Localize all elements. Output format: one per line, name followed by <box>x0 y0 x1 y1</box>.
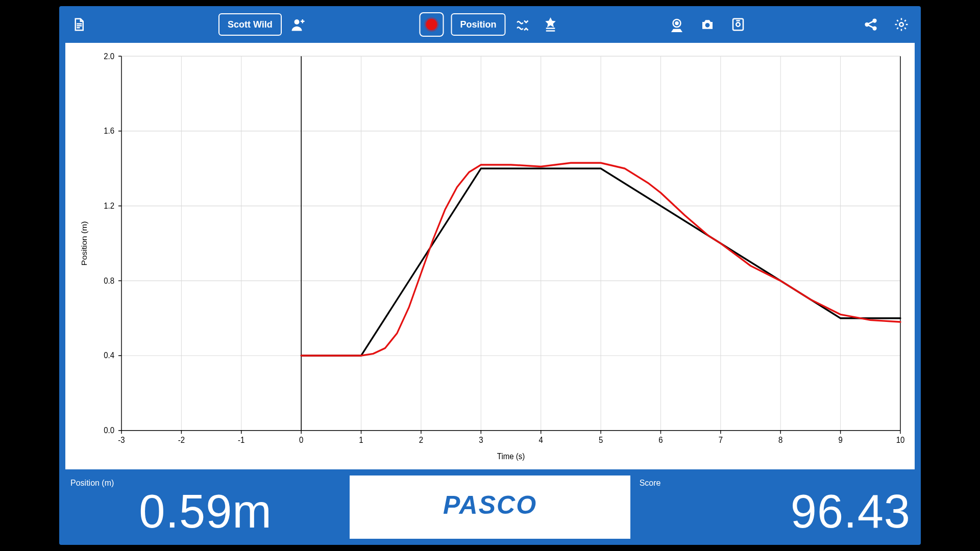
svg-point-0 <box>294 19 299 24</box>
svg-point-3 <box>705 23 710 28</box>
app-frame: Scott Wild Position <box>59 6 921 545</box>
svg-text:-2: -2 <box>178 435 185 444</box>
svg-text:1.6: 1.6 <box>104 127 114 136</box>
svg-text:0.0: 0.0 <box>104 426 114 435</box>
chart-area[interactable]: -3-2-10123456789100.00.40.81.21.62.0Time… <box>65 43 915 469</box>
document-icon[interactable] <box>68 14 89 35</box>
svg-text:1.2: 1.2 <box>104 201 114 210</box>
svg-text:5: 5 <box>599 435 603 444</box>
svg-point-8 <box>873 27 876 30</box>
svg-text:0.4: 0.4 <box>104 351 114 360</box>
svg-text:4: 4 <box>539 435 544 444</box>
camera-icon[interactable] <box>697 14 718 35</box>
svg-text:1: 1 <box>359 435 363 444</box>
position-readout-label: Position (m) <box>70 479 114 488</box>
svg-text:-1: -1 <box>238 435 244 444</box>
score-panel: Score 96.43 <box>634 475 915 539</box>
add-user-icon[interactable] <box>288 14 308 35</box>
leaderboard-icon[interactable] <box>541 14 561 35</box>
svg-point-2 <box>676 22 678 24</box>
brand-logo: PASCO <box>443 490 537 520</box>
svg-point-9 <box>899 22 903 27</box>
position-time-chart: -3-2-10123456789100.00.40.81.21.62.0Time… <box>65 43 915 469</box>
journal-snapshot-icon[interactable] <box>728 14 748 35</box>
svg-text:9: 9 <box>838 435 842 444</box>
record-button[interactable] <box>420 12 444 37</box>
svg-text:2: 2 <box>419 435 423 444</box>
svg-text:Position (m): Position (m) <box>80 221 88 265</box>
position-readout-panel: Position (m) 0.59m <box>65 475 346 539</box>
svg-text:7: 7 <box>719 435 723 444</box>
user-name-button[interactable]: Scott Wild <box>218 13 282 36</box>
svg-text:6: 6 <box>658 435 663 444</box>
svg-text:0: 0 <box>299 435 304 444</box>
score-label: Score <box>640 479 661 488</box>
score-value: 96.43 <box>791 488 915 535</box>
toolbar: Scott Wild Position <box>59 6 921 43</box>
share-icon[interactable] <box>861 14 881 35</box>
svg-point-5 <box>736 22 740 27</box>
svg-text:3: 3 <box>479 435 483 444</box>
brand-panel: PASCO <box>350 475 630 539</box>
svg-text:0.8: 0.8 <box>104 276 114 285</box>
svg-point-6 <box>866 23 869 26</box>
toolbar-center: Position <box>420 12 561 37</box>
webcam-icon[interactable] <box>667 14 687 35</box>
position-readout-value: 0.59m <box>139 488 272 535</box>
settings-icon[interactable] <box>891 14 912 35</box>
svg-text:2.0: 2.0 <box>104 52 114 61</box>
record-icon <box>426 19 437 30</box>
match-graph-icon[interactable] <box>513 14 533 35</box>
mode-button[interactable]: Position <box>451 13 506 36</box>
svg-text:-3: -3 <box>118 435 125 444</box>
svg-point-7 <box>873 19 876 22</box>
footer: Position (m) 0.59m PASCO Score 96.43 <box>65 475 915 539</box>
svg-text:8: 8 <box>778 435 783 444</box>
svg-text:10: 10 <box>896 435 905 444</box>
svg-text:Time (s): Time (s) <box>497 452 525 461</box>
